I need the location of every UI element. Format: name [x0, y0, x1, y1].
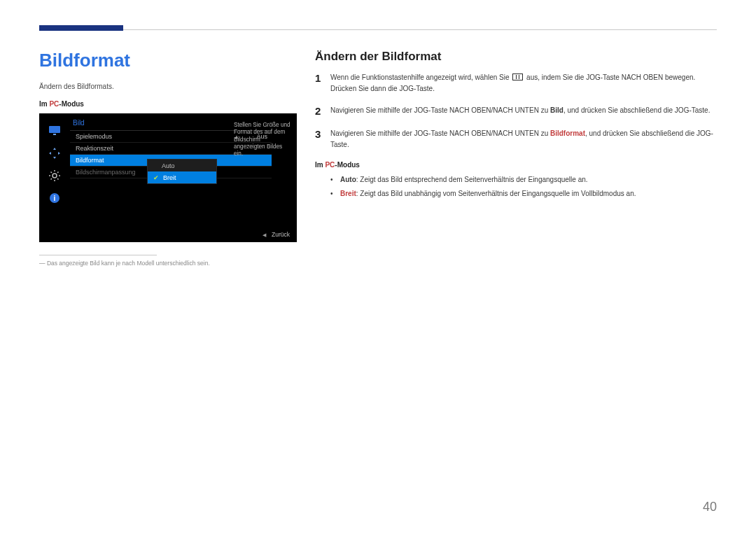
- move-icon: [47, 146, 62, 161]
- header-rule: [39, 29, 717, 30]
- monitor-icon: [47, 123, 62, 139]
- osd-screenshot: i Bild Spielemodus ▲ Aus Reaktionszeit B…: [39, 113, 297, 242]
- step-2: 2 Navigieren Sie mithilfe der JOG-Taste …: [315, 105, 717, 117]
- gear-icon: [47, 168, 62, 183]
- osd-sidebar: i: [45, 123, 64, 206]
- page-title: Bildformat: [39, 50, 297, 71]
- osd-footer: ◀ Zurück: [262, 231, 290, 238]
- menu-icon: [512, 73, 523, 80]
- page-number: 40: [703, 500, 717, 514]
- info-icon: i: [47, 190, 62, 206]
- mode-label-left: Im PC-Modus: [39, 100, 297, 108]
- mode-label-right: Im PC-Modus: [315, 161, 717, 169]
- osd-help-text: Stellen Sie Größe und Format des auf dem…: [234, 122, 291, 157]
- checkmark-icon: ✔: [153, 174, 159, 181]
- osd-submenu: Auto ✔ Breit: [147, 159, 217, 184]
- svg-point-2: [52, 174, 57, 178]
- step-1: 1 Wenn die Funktionstastenhilfe angezeig…: [315, 72, 717, 94]
- intro-text: Ändern des Bildformats.: [39, 83, 297, 90]
- back-triangle-icon: ◀: [262, 232, 266, 237]
- bullet-breit: • Breit: Zeigt das Bild unabhängig vom S…: [330, 188, 717, 199]
- footnote: ― Das angezeigte Bild kann je nach Model…: [39, 260, 297, 267]
- bullet-auto: • Auto: Zeigt das Bild entsprechend dem …: [330, 174, 717, 185]
- svg-text:i: i: [54, 195, 56, 202]
- footnote-rule: [39, 255, 157, 255]
- osd-option-auto: Auto: [148, 160, 216, 171]
- header-accent: [39, 25, 123, 31]
- step-3: 3 Navigieren Sie mithilfe der JOG-Taste …: [315, 128, 717, 150]
- osd-option-breit: ✔ Breit: [148, 171, 216, 183]
- section-heading: Ändern der Bildformat: [315, 50, 717, 64]
- svg-rect-1: [53, 134, 56, 135]
- svg-rect-0: [49, 126, 60, 133]
